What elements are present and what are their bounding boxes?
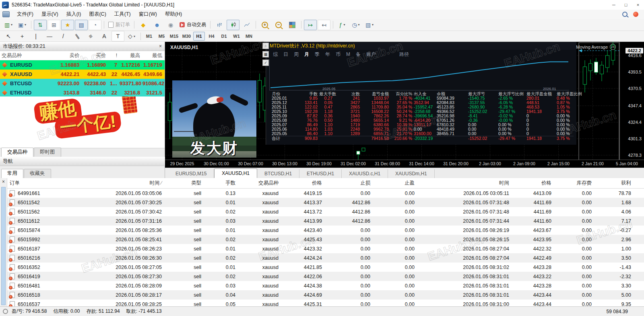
orders-column-3[interactable]: 手数 xyxy=(204,178,239,189)
market-watch-row-BTCUSD[interactable]: BTCUSD92223.0092238.001...93371.8091086.… xyxy=(0,79,165,88)
mtdriver-menu-月[interactable]: 月 xyxy=(301,51,312,58)
market-watch-column-2[interactable]: 买价 xyxy=(82,52,109,59)
chart-tab-ETHUSD-H1[interactable]: ETHUSD,H1 xyxy=(299,169,342,178)
zoom-out-button[interactable]: − xyxy=(272,20,285,30)
new-order-button[interactable]: 新订单 xyxy=(107,20,132,30)
market-watch-toggle-button[interactable]: ⇅ xyxy=(34,20,47,30)
market-watch-tab-1[interactable]: 即时图 xyxy=(34,148,61,157)
menu-item-窗口[interactable]: 窗口(W) xyxy=(135,10,161,19)
market-watch-row-XAUUSD[interactable]: XAUUSD4422.214422.43224426.454349.66 xyxy=(0,70,165,79)
fibonacci-tool-button[interactable]: ≡ xyxy=(84,31,97,41)
data-window-toggle-button[interactable]: ⊞ xyxy=(47,20,60,30)
close-icon[interactable]: × xyxy=(0,178,7,185)
zoom-in-button[interactable]: + xyxy=(258,20,271,30)
metaeditor-button[interactable]: ◆ xyxy=(137,20,150,30)
market-watch-column-3[interactable]: ! xyxy=(108,53,120,58)
timeframe-h4-button[interactable]: H4 xyxy=(206,32,217,41)
mtdriver-menu-季[interactable]: 季 xyxy=(312,51,322,58)
indicators-button[interactable]: ƒ▾ xyxy=(336,20,349,30)
menu-item-文件[interactable]: 文件(F) xyxy=(13,10,37,19)
chart-candles-button[interactable] xyxy=(227,20,239,30)
price-axis[interactable]: 4422.2 4416.64393.54370.54347.44324.4430… xyxy=(619,42,644,160)
cursor-tool-button[interactable]: ↖ xyxy=(2,31,15,41)
title-bar[interactable]: 5266354: TradeMaxGlobal-Live5 - TradeMax… xyxy=(0,0,644,10)
restore-button[interactable]: □ xyxy=(620,0,632,9)
orders-column-2[interactable]: 类型 xyxy=(165,178,204,189)
tile-windows-button[interactable] xyxy=(286,20,299,30)
orders-column-11[interactable]: 获利 xyxy=(595,178,644,189)
chart-tab-XAUUSD-H1[interactable]: XAUUSD,H1 xyxy=(214,168,257,178)
subwindow-view-button[interactable]: ▦ xyxy=(262,51,269,57)
orders-column-5[interactable]: 价格 xyxy=(282,178,325,189)
text-tool-button[interactable]: A xyxy=(98,31,111,41)
signals-button[interactable]: ◉ xyxy=(164,20,177,30)
market-watch-row-EURUSD[interactable]: EURUSD1.168831.1689071.172161.16719 xyxy=(0,60,165,70)
mtdriver-menu-账户[interactable]: 账户 xyxy=(363,51,379,58)
chart-tab-BTCUSD-H1[interactable]: BTCUSD,H1 xyxy=(257,169,299,178)
menu-item-显示[interactable]: 显示(V) xyxy=(37,10,62,19)
horizontal-line-tool-button[interactable]: — xyxy=(43,31,56,41)
order-row-65016352[interactable]: 650163522026.01.05 08:27:05sell0.01xauus… xyxy=(7,263,644,272)
orders-column-9[interactable]: 价格 xyxy=(512,178,555,189)
auto-scroll-button[interactable]: ↦ xyxy=(304,20,317,30)
search-icon[interactable] xyxy=(622,12,627,17)
market-watch-column-5[interactable]: 最低 xyxy=(142,52,165,59)
orders-column-10[interactable]: 库存费 xyxy=(555,178,595,189)
trendline-tool-button[interactable]: / xyxy=(57,31,70,41)
orders-column-8[interactable]: 时间 xyxy=(418,178,512,189)
vertical-line-tool-button[interactable]: | xyxy=(29,31,42,41)
order-row-65016216[interactable]: 650162162026.01.05 08:26:30sell0.02xauus… xyxy=(7,253,644,263)
order-row-65015874[interactable]: 650158742026.01.05 08:25:36sell0.01xauus… xyxy=(7,226,644,235)
market-watch-caption[interactable]: 市场报价: 08:33:21 × xyxy=(0,42,165,51)
orders-column-0[interactable]: 订单 xyxy=(7,178,101,189)
orders-column-6[interactable]: 止损 xyxy=(325,178,374,189)
order-row-65016419[interactable]: 650164192026.01.05 08:27:30sell0.02xauus… xyxy=(7,272,644,281)
menu-item-插入[interactable]: 插入(I) xyxy=(62,10,85,19)
chart-shift-button[interactable]: ↤ xyxy=(318,20,330,30)
timeframe-h1-button[interactable]: H1 xyxy=(193,32,205,41)
timeframe-d1-button[interactable]: D1 xyxy=(218,32,230,41)
chart-area[interactable]: XAUUSD,H1 −▦✓ 发大财 MTDriver统计 ,V3.12 (htt… xyxy=(165,42,644,168)
market-watch-row-ETHUSD[interactable]: ETHUSD3143.83146.0223216.83121.5 xyxy=(0,88,165,97)
subwindow-apply-button[interactable]: ✓ xyxy=(262,60,269,66)
market-watch-column-1[interactable]: 卖价 xyxy=(56,52,82,59)
chart-tab-EURUSD-M15[interactable]: EURUSD,M15 xyxy=(168,169,214,178)
menu-item-图表[interactable]: 图表(C) xyxy=(85,10,110,19)
channel-tool-button[interactable]: ∥ xyxy=(70,31,83,41)
mtdriver-menu-周[interactable]: 周 xyxy=(291,51,301,58)
chart-tab-XAUUSDm-H1[interactable]: XAUUSDm,H1 xyxy=(388,169,435,178)
navigator-tab-1[interactable]: 收藏夹 xyxy=(24,169,51,178)
auto-trading-button[interactable]: 自动交易 xyxy=(178,20,208,30)
timeframe-mn-button[interactable]: MN xyxy=(243,32,255,41)
market-watch-column-0[interactable]: 交易品种 xyxy=(0,52,56,59)
mtdriver-menu-备[interactable]: 备 xyxy=(353,51,363,58)
orders-column-7[interactable]: 止盈 xyxy=(374,178,418,189)
order-row-65016187[interactable]: 650161872026.01.05 08:26:23sell0.01xauus… xyxy=(7,244,644,253)
menu-item-工具[interactable]: 工具(T) xyxy=(110,10,135,19)
market-watch-column-4[interactable]: 最高 xyxy=(120,52,142,59)
mtdriver-menu-年[interactable]: 年 xyxy=(322,51,333,58)
new-chart-button[interactable]: ▥▾ xyxy=(2,20,15,30)
strategy-tester-button[interactable]: ◔ xyxy=(89,20,101,30)
menu-item-帮助[interactable]: 帮助(H) xyxy=(161,10,186,19)
orders-column-1[interactable]: 时间 ∕ xyxy=(101,178,165,189)
navigator-tab-0[interactable]: 常用 xyxy=(1,169,23,178)
navigator-caption[interactable]: 导航 × xyxy=(0,157,170,166)
market-watch-tab-0[interactable]: 交易品种 xyxy=(1,148,33,157)
timeframe-w1-button[interactable]: W1 xyxy=(231,32,242,41)
time-axis[interactable]: 29 Dec 202530 Dec 01:0030 Dec 07:0030 De… xyxy=(165,160,644,168)
navigator-toggle-button[interactable]: ★ xyxy=(61,20,74,30)
close-button[interactable]: × xyxy=(632,0,644,9)
order-row-65015992[interactable]: 650159922026.01.05 08:25:41sell0.02xauus… xyxy=(7,235,644,244)
chart-line-button[interactable] xyxy=(240,20,253,30)
close-icon[interactable]: × xyxy=(159,44,162,49)
chart-tab-XAUUSD-c-H1[interactable]: XAUUSD.c,H1 xyxy=(342,169,388,178)
timeframe-m15-button[interactable]: M15 xyxy=(168,32,180,41)
order-row-65011612[interactable]: 650116122026.01.05 07:31:16sell0.03xauus… xyxy=(7,216,644,226)
label-tool-button[interactable]: T xyxy=(111,31,124,41)
periods-button[interactable]: ◷▾ xyxy=(349,20,362,30)
order-row-65016518[interactable]: 650165182026.01.05 08:28:17sell0.04xauus… xyxy=(7,290,644,300)
timeframe-m1-button[interactable]: M1 xyxy=(143,32,155,41)
minimize-button[interactable]: ─ xyxy=(608,0,620,9)
timeframe-m5-button[interactable]: M5 xyxy=(156,32,167,41)
